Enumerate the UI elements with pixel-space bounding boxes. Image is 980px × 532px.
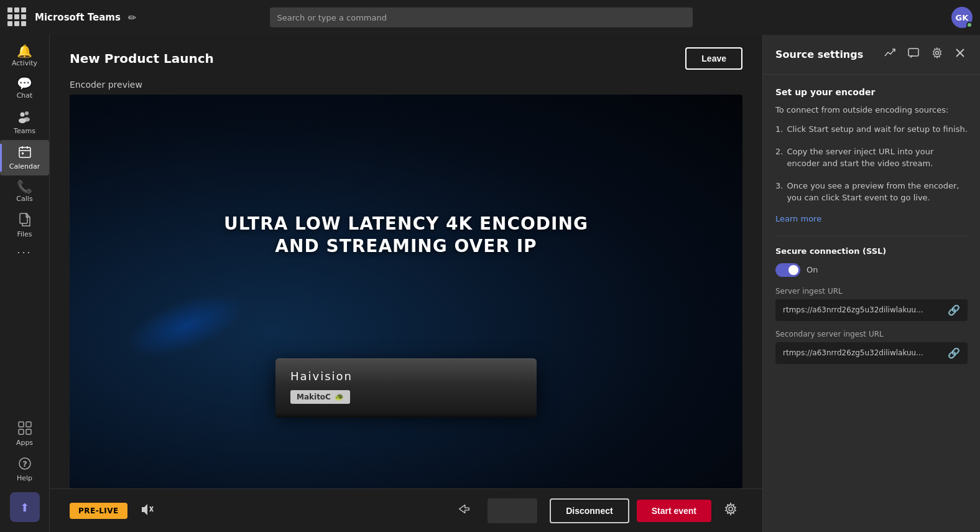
event-header: New Product Launch Leave <box>50 35 762 80</box>
svg-rect-20 <box>908 49 918 56</box>
step-2-num: 2. <box>775 146 783 170</box>
step-3: 3. Once you see a preview from the encod… <box>775 180 968 204</box>
device-bottom <box>275 413 537 418</box>
comment-icon-button[interactable] <box>905 45 922 64</box>
step-1-num: 1. <box>775 123 783 136</box>
sidebar-label-activity: Activity <box>12 59 37 67</box>
svg-rect-11 <box>26 422 31 427</box>
sidebar-label-files: Files <box>17 230 32 238</box>
svg-marker-18 <box>460 505 469 513</box>
chat-icon: 💬 <box>17 77 32 90</box>
sidebar-bottom: Apps ? Help ⬆ <box>0 416 49 527</box>
sidebar-label-chat: Chat <box>17 91 33 100</box>
divider <box>775 236 968 236</box>
sidebar-item-apps[interactable]: Apps <box>0 416 49 452</box>
controls-settings-button[interactable] <box>719 497 742 524</box>
edit-icon[interactable]: ✏ <box>128 12 136 24</box>
svg-point-0 <box>25 111 29 115</box>
sidebar-item-teams[interactable]: Teams <box>0 105 49 140</box>
server-url-copy-icon[interactable]: 🔗 <box>948 304 960 316</box>
device-body: Haivision MakitoC 🐢 <box>275 358 537 413</box>
more-icon: ··· <box>17 248 32 258</box>
upload-icon: ⬆ <box>20 501 29 514</box>
svg-point-2 <box>20 113 24 117</box>
server-url-label: Server ingest URL <box>775 287 968 296</box>
secondary-url-copy-icon[interactable]: 🔗 <box>948 347 960 359</box>
device-model: MakitoC <box>297 393 331 401</box>
light-beam <box>119 281 252 371</box>
help-icon: ? <box>18 457 32 472</box>
main-panel: New Product Launch Leave Encoder preview… <box>50 35 762 532</box>
settings-icon <box>724 505 737 518</box>
sidebar-label-teams: Teams <box>14 127 35 135</box>
search-bar[interactable]: Search or type a command <box>270 7 693 27</box>
encoder-label: Encoder preview <box>70 80 742 90</box>
sidebar-item-calendar[interactable]: Calendar <box>0 140 49 175</box>
sidebar-label-help: Help <box>17 474 32 482</box>
setup-instructions: To connect from outside encoding sources… <box>775 105 968 116</box>
svg-rect-8 <box>22 152 24 154</box>
share-button[interactable] <box>451 498 475 523</box>
sidebar-item-calls[interactable]: 📞 Calls <box>0 175 49 208</box>
right-panel: Source settings <box>762 35 980 532</box>
sidebar-label-calendar: Calendar <box>9 162 40 170</box>
sidebar-item-chat[interactable]: 💬 Chat <box>0 72 49 105</box>
activity-icon: 🔔 <box>17 45 32 57</box>
svg-point-19 <box>729 507 733 511</box>
sidebar-item-help[interactable]: ? Help <box>0 452 49 487</box>
event-title: New Product Launch <box>70 51 214 66</box>
search-placeholder: Search or type a command <box>277 13 387 22</box>
content-area: New Product Launch Leave Encoder preview… <box>50 35 980 532</box>
sidebar-item-files[interactable]: Files <box>0 208 49 243</box>
user-initials: GK <box>956 13 969 22</box>
leave-button[interactable]: Leave <box>685 47 742 70</box>
analytics-icon-button[interactable] <box>882 45 898 64</box>
status-dot <box>966 22 973 28</box>
upload-button[interactable]: ⬆ <box>10 492 40 522</box>
step-1-text: Click Start setup and wait for setup to … <box>787 123 967 136</box>
sidebar-item-activity[interactable]: 🔔 Activity <box>0 40 49 72</box>
step-2: 2. Copy the server inject URL into your … <box>775 146 968 170</box>
svg-point-21 <box>936 52 939 55</box>
svg-rect-10 <box>19 422 24 427</box>
device-box: Haivision MakitoC 🐢 <box>275 358 537 418</box>
sidebar-label-calls: Calls <box>16 195 32 203</box>
secondary-url-text: rtmps://a63nrrd26zg5u32diliwlakuu... <box>783 348 943 357</box>
calls-icon: 📞 <box>17 180 32 193</box>
device-text-line2: AND STREAMING OVER IP <box>275 236 537 256</box>
user-avatar[interactable]: GK <box>951 7 973 28</box>
sidebar: 🔔 Activity 💬 Chat Teams <box>0 35 50 532</box>
secondary-url-label: Secondary server ingest URL <box>775 330 968 338</box>
pre-live-badge: PRE-LIVE <box>70 503 127 519</box>
panel-settings-button[interactable] <box>929 45 945 64</box>
share-icon <box>456 503 470 518</box>
apps-icon <box>18 421 32 437</box>
svg-text:?: ? <box>22 459 27 469</box>
encoder-preview: ULTRA LOW LATENCY 4K ENCODING AND STREAM… <box>70 95 742 488</box>
ssl-toggle[interactable] <box>775 263 800 277</box>
preview-thumbnail <box>488 498 537 523</box>
secondary-url-row: rtmps://a63nrrd26zg5u32diliwlakuu... 🔗 <box>775 342 968 364</box>
sidebar-label-apps: Apps <box>16 439 33 447</box>
sidebar-item-more[interactable]: ··· <box>0 243 49 263</box>
calendar-icon <box>18 145 32 161</box>
ssl-state: On <box>807 265 818 274</box>
top-bar: Microsoft Teams ✏ Search or type a comma… <box>0 0 980 35</box>
app-title: Microsoft Teams <box>35 12 121 23</box>
svg-rect-12 <box>19 429 24 434</box>
apps-grid-button[interactable] <box>7 7 27 27</box>
step-2-text: Copy the server inject URL into your enc… <box>787 146 968 170</box>
mute-icon <box>140 503 154 518</box>
close-panel-button[interactable] <box>953 45 968 63</box>
teams-icon <box>18 110 32 125</box>
disconnect-button[interactable]: Disconnect <box>550 498 629 523</box>
svg-point-3 <box>19 118 26 123</box>
start-event-button[interactable]: Start event <box>637 500 711 522</box>
controls-bar: PRE-LIVE <box>50 488 762 532</box>
device-scene: ULTRA LOW LATENCY 4K ENCODING AND STREAM… <box>70 95 742 488</box>
device-label-plate: MakitoC 🐢 <box>290 390 350 404</box>
server-url-text: rtmps://a63nrrd26zg5u32diliwlakuu... <box>783 306 943 314</box>
step-3-num: 3. <box>775 180 783 204</box>
mute-button[interactable] <box>135 498 159 523</box>
learn-more-link[interactable]: Learn more <box>775 214 968 223</box>
